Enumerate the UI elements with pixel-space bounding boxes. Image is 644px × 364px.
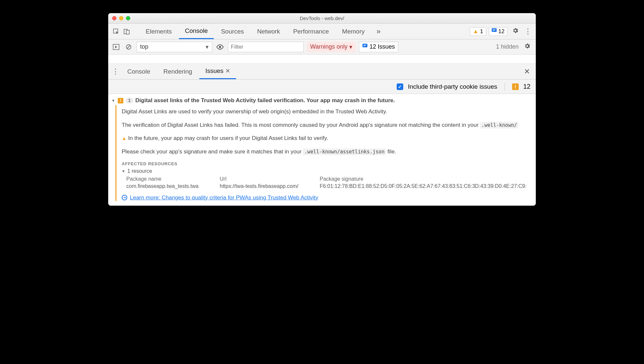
drawer-tab-issues-label: Issues [205, 67, 223, 75]
issues-total-count: 12 [523, 83, 531, 90]
issue-header[interactable]: ▼ ! 1 Digital asset links of the Trusted… [108, 96, 536, 105]
svg-rect-3 [492, 28, 497, 32]
console-output-empty [108, 55, 536, 64]
message-icon [492, 28, 497, 35]
close-tab-icon[interactable]: ✕ [225, 67, 230, 75]
toggle-sidebar-icon[interactable] [111, 42, 121, 52]
issue-severity-icon: ! [118, 98, 123, 103]
tab-performance[interactable]: Performance [287, 24, 335, 39]
log-level-selector[interactable]: Warnings only ▾ [307, 42, 356, 52]
chevron-down-icon: ▾ [349, 43, 352, 51]
warning-triangle-icon: ▲ [122, 135, 127, 141]
issue-body: Digital Asset Links are used to verify y… [115, 105, 536, 201]
close-drawer-icon[interactable]: ✕ [521, 67, 533, 76]
messages-count: 12 [498, 28, 505, 35]
text: file. [386, 148, 396, 155]
cell-url: https://twa-tests.firebaseapp.com/ [220, 183, 312, 189]
tabs-overflow-icon[interactable]: » [372, 27, 385, 36]
hidden-count[interactable]: 1 hidden [496, 43, 519, 50]
tab-sources[interactable]: Sources [215, 24, 250, 39]
chevron-down-icon: ▾ [206, 43, 209, 51]
console-settings-gear-icon[interactable] [522, 43, 533, 51]
kebab-menu-icon[interactable]: ⋮ [523, 27, 533, 36]
svg-rect-5 [493, 30, 495, 31]
filter-input[interactable] [228, 42, 304, 52]
console-toolbar: top ▾ Warnings only ▾ 12 Issues 1 hidden [108, 39, 536, 55]
col-header-url: Url [220, 176, 312, 182]
learn-more-link[interactable]: Learn more: Changes to quality criteria … [130, 194, 318, 201]
issues-button[interactable]: 12 Issues [359, 42, 398, 52]
inspect-element-icon[interactable] [111, 27, 121, 36]
message-icon [362, 43, 367, 50]
warnings-count: 1 [480, 28, 483, 35]
drawer-tab-console[interactable]: Console [121, 64, 156, 79]
issues-button-label: 12 Issues [369, 43, 395, 50]
resource-table: Package name Url Package signature com.f… [122, 176, 531, 189]
tab-console[interactable]: Console [179, 24, 214, 39]
device-toolbar-icon[interactable] [122, 27, 131, 36]
issue-paragraph: Please check your app's signature and ma… [122, 148, 531, 156]
titlebar: DevTools - web.dev/ [108, 13, 536, 24]
svg-rect-10 [362, 44, 367, 47]
warnings-badge[interactable]: ▲ 1 [470, 27, 486, 36]
col-header-package: Package name [126, 176, 212, 182]
svg-rect-12 [363, 46, 365, 46]
svg-point-9 [219, 46, 221, 48]
warning-triangle-icon: ▲ [473, 28, 479, 35]
log-level-label: Warnings only [310, 43, 347, 50]
drawer-tab-issues[interactable]: Issues ✕ [199, 64, 236, 79]
devtools-window: DevTools - web.dev/ Elements Console Sou… [108, 13, 536, 206]
text: Please check your app's signature and ma… [122, 148, 303, 155]
tab-network[interactable]: Network [251, 24, 286, 39]
settings-gear-icon[interactable] [510, 27, 521, 35]
messages-badge[interactable]: 12 [489, 27, 508, 36]
resource-summary-row[interactable]: ▼ 1 resource [122, 168, 531, 174]
include-third-party-checkbox[interactable]: ✓ [397, 83, 403, 90]
learn-more-row: ➔ Learn more: Changes to quality criteri… [122, 194, 531, 201]
tab-memory[interactable]: Memory [336, 24, 371, 39]
issues-list: ▼ ! 1 Digital asset links of the Trusted… [108, 94, 536, 206]
svg-line-8 [127, 45, 130, 49]
issue-paragraph: The verification of Digital Asset Links … [122, 121, 531, 129]
tabstrip-right: ▲ 1 12 ⋮ [470, 27, 533, 36]
affected-resources-section: AFFECTED RESOURCES ▼ 1 resource Package … [122, 161, 531, 189]
issue-occurrence-count: 1 [126, 98, 133, 103]
issues-alert-icon: ! [512, 83, 519, 90]
issue-title: Digital asset links of the Trusted Web A… [136, 97, 395, 104]
svg-rect-11 [363, 45, 366, 45]
text: The verification of Digital Asset Links … [122, 122, 480, 128]
expand-caret-icon[interactable]: ▼ [122, 169, 125, 173]
context-value: top [140, 43, 148, 50]
context-selector[interactable]: top ▾ [136, 42, 212, 52]
cell-package: com.firebaseapp.twa_tests.twa [126, 183, 212, 189]
issues-options-bar: ✓ Include third-party cookie issues ! 12 [108, 80, 536, 94]
code-path: .well-known/ [480, 122, 518, 128]
svg-rect-2 [126, 30, 129, 34]
resource-summary: 1 resource [127, 168, 152, 174]
issue-paragraph: Digital Asset Links are used to verify y… [122, 108, 531, 116]
affected-resources-label: AFFECTED RESOURCES [122, 161, 531, 166]
drawer-tab-rendering[interactable]: Rendering [158, 64, 198, 79]
drawer-kebab-icon[interactable]: ⋮ [111, 67, 120, 76]
svg-rect-4 [493, 29, 496, 30]
live-expression-eye-icon[interactable] [215, 42, 225, 52]
expand-caret-icon[interactable]: ▼ [111, 99, 115, 102]
code-path: .well-known/assetlinks.json [303, 148, 386, 155]
text: In the future, your app may crash for us… [128, 135, 328, 141]
include-third-party-label: Include third-party cookie issues [408, 83, 497, 90]
issue-warning-line: ▲ In the future, your app may crash for … [122, 134, 531, 143]
separator [505, 83, 505, 91]
main-tabstrip: Elements Console Sources Network Perform… [108, 24, 536, 39]
clear-console-icon[interactable] [124, 42, 133, 52]
external-link-icon: ➔ [122, 195, 127, 200]
window-title: DevTools - web.dev/ [108, 15, 536, 21]
drawer-tabstrip: ⋮ Console Rendering Issues ✕ ✕ [108, 64, 536, 80]
col-header-signature: Package signature [320, 176, 531, 182]
tab-elements[interactable]: Elements [140, 24, 178, 39]
cell-signature: F6:01:12:78:BD:E1:88:52:D5:0F:05:2A:5E:6… [320, 183, 531, 189]
